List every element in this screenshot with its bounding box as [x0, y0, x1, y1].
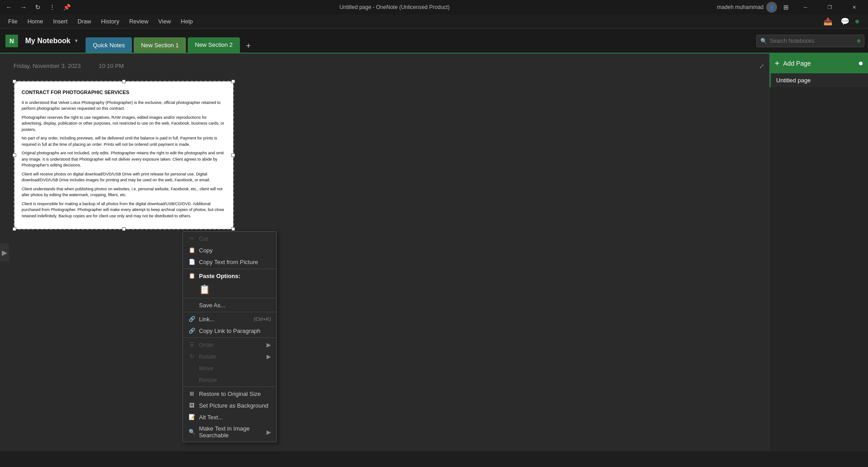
paste-clipboard-icon: 📋	[199, 284, 210, 295]
doc-para-3: No part of any order, including previews…	[22, 135, 226, 148]
ctx-resize[interactable]: Resize	[183, 374, 276, 386]
avatar: 👤	[766, 2, 777, 13]
menu-view[interactable]: View	[154, 16, 176, 27]
ctx-cut-label: Cut	[199, 235, 208, 242]
cut-icon: ✂	[188, 235, 195, 242]
document-image: CONTRACT FOR PHOTOGRAPHIC SERVICES It is…	[14, 81, 233, 229]
ctx-set-background[interactable]: 🖼 Set Picture as Background	[183, 400, 276, 411]
undo-button[interactable]: ↻	[32, 2, 43, 13]
page-date: Friday, November 3, 2023	[14, 63, 81, 69]
ctx-copy-link-label: Copy Link to Paragraph	[199, 328, 261, 334]
alt-text-icon: 📝	[188, 413, 195, 421]
ctx-paste-options: 📋 Paste Options:	[183, 270, 276, 282]
menu-history[interactable]: History	[97, 16, 124, 27]
resize-handle-ml[interactable]	[13, 153, 16, 157]
doc-para-4: Original photographs are not included, o…	[22, 150, 226, 169]
ctx-copy-link[interactable]: 🔗 Copy Link to Paragraph	[183, 325, 276, 337]
window-title: Untitled page - OneNote (Unlicensed Prod…	[72, 4, 717, 10]
user-info: madeh muhammad 👤	[717, 2, 777, 13]
make-searchable-arrow: ▶	[267, 429, 271, 436]
tab-new-section-1[interactable]: New Section 1	[134, 37, 186, 53]
ctx-copy-label: Copy	[199, 247, 212, 254]
menu-insert[interactable]: Insert	[49, 16, 72, 27]
ctx-order[interactable]: ☰ Order ▶	[183, 339, 276, 350]
set-background-icon: 🖼	[188, 402, 195, 409]
restore-size-icon: ⊞	[188, 390, 195, 397]
doc-para-7: Client is responsible for making a backu…	[22, 201, 226, 220]
ctx-paste-icon-row[interactable]: 📋	[183, 282, 276, 297]
pin-button[interactable]: 📌	[61, 2, 72, 13]
notebook-title[interactable]: My Notebook	[25, 37, 70, 45]
forward-button[interactable]: →	[18, 2, 29, 13]
separator-5	[183, 386, 276, 387]
add-page-dot	[859, 62, 863, 65]
menu-review[interactable]: Review	[125, 16, 153, 27]
resize-handle-mr[interactable]	[231, 153, 235, 157]
ctx-make-searchable[interactable]: 🔍 Make Text in Image Searchable ▶	[183, 423, 276, 441]
resize-handle-bc[interactable]	[122, 227, 126, 231]
send-to-icon[interactable]: 📤	[821, 15, 835, 28]
menu-draw[interactable]: Draw	[73, 16, 95, 27]
search-icon: 🔍	[760, 38, 767, 44]
resize-handle-tc[interactable]	[122, 80, 126, 83]
left-collapse-button[interactable]: ▶	[0, 243, 9, 261]
resize-icon	[188, 376, 195, 383]
menu-help[interactable]: Help	[176, 16, 198, 27]
ctx-rotate[interactable]: ↻ Rotate ▶	[183, 350, 276, 362]
ctx-restore-size[interactable]: ⊞ Restore to Original Size	[183, 388, 276, 400]
comments-icon[interactable]: 💬	[838, 15, 852, 28]
link-icon: 🔗	[188, 315, 195, 323]
ctx-rotate-label: Rotate	[199, 353, 216, 360]
back-button[interactable]: ←	[4, 2, 14, 13]
search-input[interactable]	[770, 38, 854, 44]
separator-3	[183, 312, 276, 312]
ctx-save-as[interactable]: Save As...	[183, 299, 276, 311]
doc-para-2: Photographer reserves the right to use n…	[22, 115, 226, 133]
menu-file[interactable]: File	[4, 16, 22, 27]
search-notebooks: 🔍	[756, 35, 864, 47]
tab-new-section-2[interactable]: New Section 2	[188, 37, 240, 53]
doc-para-5: Client will receive photos on digital do…	[22, 171, 226, 184]
page-image-container[interactable]: CONTRACT FOR PHOTOGRAPHIC SERVICES It is…	[14, 81, 234, 230]
ctx-copy-text-label: Copy Text from Picture	[199, 259, 258, 265]
resize-handle-br[interactable]	[231, 227, 235, 231]
close-button[interactable]: ✕	[844, 0, 864, 14]
ctx-copy-text[interactable]: 📄 Copy Text from Picture	[183, 256, 276, 268]
page-item-untitled[interactable]: Untitled page	[769, 73, 868, 87]
tab-quick-notes[interactable]: Quick Notes	[86, 37, 132, 53]
expand-icon[interactable]: ⤢	[759, 63, 764, 70]
ctx-move[interactable]: Move	[183, 362, 276, 374]
resize-handle-bl[interactable]	[13, 227, 16, 231]
save-as-icon	[188, 301, 195, 309]
menubar: File Home Insert Draw History Review Vie…	[0, 14, 868, 29]
content-area[interactable]: ▶ ⤢ Friday, November 3, 2023 10:10 PM CO…	[0, 54, 769, 451]
ctx-link[interactable]: 🔗 Link... (Ctrl+K)	[183, 313, 276, 325]
copy-icon: 📋	[188, 247, 195, 254]
notebook-dropdown-arrow[interactable]: ▼	[74, 38, 78, 43]
ctx-cut[interactable]: ✂ Cut	[183, 233, 276, 244]
app-icons: 📤 💬	[821, 15, 859, 28]
ctx-alt-text[interactable]: 📝 Alt Text...	[183, 411, 276, 423]
add-page-button[interactable]: + Add Page	[769, 54, 868, 73]
status-indicator	[855, 20, 859, 23]
ctx-restore-size-label: Restore to Original Size	[199, 391, 261, 397]
more-nav-button[interactable]: ⋮	[47, 2, 58, 13]
ctx-save-as-label: Save As...	[199, 302, 226, 309]
minimize-button[interactable]: ─	[795, 0, 816, 14]
ctx-move-label: Move	[199, 365, 213, 372]
add-section-button[interactable]: +	[242, 39, 255, 53]
menu-home[interactable]: Home	[23, 16, 48, 27]
right-sidebar: + Add Page Untitled page	[769, 54, 868, 451]
titlebar-right: madeh muhammad 👤 ⊞ ─ ❐ ✕	[717, 0, 864, 14]
ctx-order-label: Order	[199, 341, 214, 348]
ctx-copy[interactable]: 📋 Copy	[183, 244, 276, 256]
restore-button[interactable]: ❐	[819, 0, 840, 14]
titlebar-left: ← → ↻ ⋮ 📌	[4, 2, 72, 13]
resize-handle-tl[interactable]	[13, 80, 16, 83]
doc-para-6: Client understands that when publishing …	[22, 186, 226, 198]
ctx-alt-text-label: Alt Text...	[199, 414, 223, 421]
layout-button[interactable]: ⊞	[781, 2, 791, 13]
document-title: CONTRACT FOR PHOTOGRAPHIC SERVICES	[22, 89, 226, 96]
separator-4	[183, 337, 276, 338]
resize-handle-tr[interactable]	[231, 80, 235, 83]
